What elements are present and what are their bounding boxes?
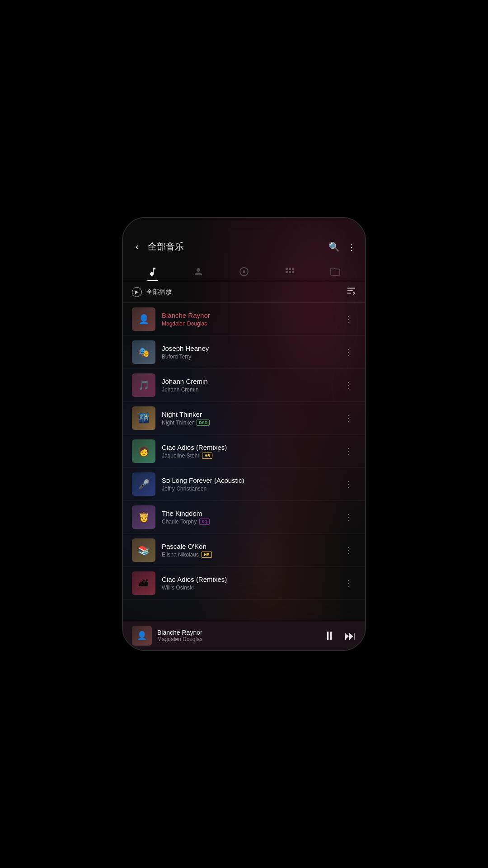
song-title: Ciao Adios (Remixes)	[162, 576, 334, 583]
list-item[interactable]: 🎤 So Long Forever (Acoustic) Jeffry Chri…	[123, 468, 365, 501]
phone-screen: ‹ 全部音乐 🔍 ⋮	[122, 217, 366, 651]
list-item[interactable]: 📚 Pascale O'Kon Elisha Nikolaus HR ⋮	[123, 534, 365, 567]
page-title: 全部音乐	[148, 241, 323, 253]
now-playing-thumbnail: 👤	[132, 626, 152, 646]
song-thumbnail: 🎤	[132, 472, 155, 496]
svg-rect-4	[292, 268, 294, 270]
now-playing-artist: Magdalen Douglas	[157, 636, 318, 642]
song-artist-row: Willis Osinski	[162, 585, 334, 591]
tab-artist[interactable]	[186, 263, 211, 281]
play-all-label: 全部播放	[146, 288, 172, 296]
song-title: The Kingdom	[162, 509, 334, 517]
svg-point-1	[243, 270, 245, 273]
song-thumbnail: 👸	[132, 505, 155, 529]
back-button[interactable]: ‹	[132, 240, 142, 254]
play-all-circle-icon: ▶	[132, 287, 142, 297]
np-thumb-art: 👤	[132, 626, 152, 646]
quality-badge-sq: SQ	[199, 519, 210, 525]
artist-name: Buford Terry	[162, 354, 191, 360]
list-item[interactable]: 👸 The Kingdom Charlie Torphy SQ ⋮	[123, 501, 365, 534]
song-artist-row: Night Thinker DSD	[162, 420, 334, 426]
svg-rect-6	[289, 271, 291, 273]
song-more-button[interactable]: ⋮	[341, 444, 356, 458]
tab-folder[interactable]	[323, 263, 348, 281]
song-more-button[interactable]: ⋮	[341, 576, 356, 590]
list-item[interactable]: 🎭 Joseph Heaney Buford Terry ⋮	[123, 336, 365, 369]
song-info: Night Thinker Night Thinker DSD	[162, 410, 334, 426]
song-title: Joseph Heaney	[162, 344, 334, 352]
song-info: Johann Cremin Johann Cremin	[162, 377, 334, 393]
now-playing-bar[interactable]: 👤 Blanche Raynor Magdalen Douglas ⏸ ⏭	[123, 621, 365, 650]
search-icon[interactable]: 🔍	[328, 241, 340, 252]
artist-name: Charlie Torphy	[162, 519, 197, 525]
song-artist-row: Buford Terry	[162, 354, 334, 360]
song-more-button[interactable]: ⋮	[341, 312, 356, 326]
song-more-button[interactable]: ⋮	[341, 378, 356, 392]
tab-album[interactable]	[231, 263, 257, 281]
thumb-art: 🌃	[132, 406, 155, 430]
play-all-left: ▶ 全部播放	[132, 287, 172, 297]
song-thumbnail: 🎭	[132, 340, 155, 364]
song-thumbnail: 🎵	[132, 373, 155, 397]
header-actions: 🔍 ⋮	[328, 241, 356, 252]
pause-button[interactable]: ⏸	[324, 629, 335, 643]
song-artist-row: Magdalen Douglas	[162, 321, 334, 327]
song-info: Ciao Adios (Remixes) Jaqueline Stehr HR	[162, 443, 334, 459]
main-content: ‹ 全部音乐 🔍 ⋮	[123, 218, 365, 650]
tab-playlist[interactable]	[277, 263, 302, 281]
song-artist-row: Elisha Nikolaus HR	[162, 552, 334, 558]
song-more-button[interactable]: ⋮	[341, 543, 356, 557]
svg-rect-2	[286, 268, 288, 270]
play-all-bar[interactable]: ▶ 全部播放	[123, 281, 365, 303]
sort-icon[interactable]	[346, 286, 356, 298]
song-title: Johann Cremin	[162, 377, 334, 385]
song-artist-row: Jeffry Christiansen	[162, 486, 334, 492]
artist-name: Magdalen Douglas	[162, 321, 207, 327]
artist-name: Jaqueline Stehr	[162, 453, 199, 459]
song-info: The Kingdom Charlie Torphy SQ	[162, 509, 334, 525]
song-title: Night Thinker	[162, 410, 334, 418]
now-playing-title: Blanche Raynor	[157, 629, 318, 636]
song-more-button[interactable]: ⋮	[341, 345, 356, 359]
thumb-art: 🎭	[132, 340, 155, 364]
list-item[interactable]: 🏙 Ciao Adios (Remixes) Willis Osinski ⋮	[123, 567, 365, 600]
next-button[interactable]: ⏭	[344, 629, 356, 643]
song-more-button[interactable]: ⋮	[341, 510, 356, 524]
artist-name: Elisha Nikolaus	[162, 552, 199, 558]
svg-rect-3	[289, 268, 291, 270]
artist-name: Johann Cremin	[162, 387, 198, 393]
song-more-button[interactable]: ⋮	[341, 477, 356, 491]
artist-name: Willis Osinski	[162, 585, 194, 591]
thumb-art: 🎤	[132, 472, 155, 496]
header: ‹ 全部音乐 🔍 ⋮	[123, 218, 365, 259]
song-thumbnail: 📚	[132, 538, 155, 562]
song-more-button[interactable]: ⋮	[341, 411, 356, 425]
quality-badge-hr: HR	[202, 453, 212, 459]
song-info: Ciao Adios (Remixes) Willis Osinski	[162, 576, 334, 591]
list-item[interactable]: 🎵 Johann Cremin Johann Cremin ⋮	[123, 369, 365, 402]
song-thumbnail: 🌃	[132, 406, 155, 430]
song-title: Ciao Adios (Remixes)	[162, 443, 334, 451]
thumb-art: 🏙	[132, 571, 155, 595]
song-title: So Long Forever (Acoustic)	[162, 476, 334, 484]
song-thumbnail: 🏙	[132, 571, 155, 595]
thumb-art: 👤	[132, 307, 155, 331]
thumb-art: 👸	[132, 505, 155, 529]
phone-wrapper: ‹ 全部音乐 🔍 ⋮	[122, 217, 366, 651]
now-playing-info: Blanche Raynor Magdalen Douglas	[157, 629, 318, 642]
quality-badge-dsd: DSD	[197, 420, 210, 426]
song-list: 👤 Blanche Raynor Magdalen Douglas ⋮ 🎭	[123, 303, 365, 621]
thumb-art: 🧑	[132, 439, 155, 463]
list-item[interactable]: 👤 Blanche Raynor Magdalen Douglas ⋮	[123, 303, 365, 336]
tab-music[interactable]	[140, 263, 165, 281]
more-icon[interactable]: ⋮	[347, 241, 356, 252]
song-info: Blanche Raynor Magdalen Douglas	[162, 311, 334, 327]
list-item[interactable]: 🌃 Night Thinker Night Thinker DSD ⋮	[123, 402, 365, 435]
playback-controls: ⏸ ⏭	[324, 629, 356, 643]
song-artist-row: Jaqueline Stehr HR	[162, 453, 334, 459]
song-artist-row: Charlie Torphy SQ	[162, 519, 334, 525]
thumb-art: 🎵	[132, 373, 155, 397]
song-artist-row: Johann Cremin	[162, 387, 334, 393]
song-title: Pascale O'Kon	[162, 542, 334, 550]
list-item[interactable]: 🧑 Ciao Adios (Remixes) Jaqueline Stehr H…	[123, 435, 365, 468]
